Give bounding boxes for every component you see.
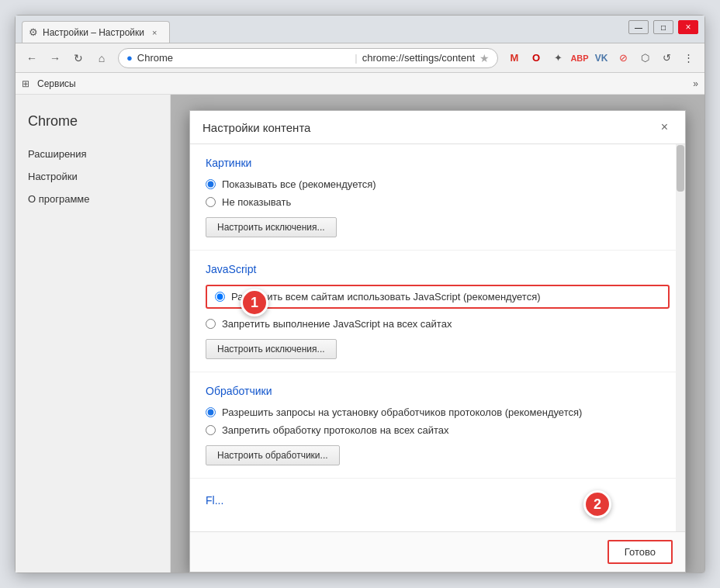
opera-icon[interactable]: O [526, 48, 546, 68]
pictures-exceptions-button[interactable]: Настроить исключения... [206, 217, 337, 237]
content-area: Chrome Расширения Настройки О программе … [16, 95, 704, 572]
handlers-section-title: Обработчики [206, 385, 670, 397]
address-bar[interactable]: ● Chrome | chrome://settings/content ★ [118, 48, 498, 68]
forward-button[interactable]: → [45, 48, 65, 68]
javascript-exceptions-button[interactable]: Настроить исключения... [206, 339, 337, 359]
sidebar-item-about[interactable]: О программе [16, 189, 170, 209]
scrollbar-thumb[interactable] [677, 145, 684, 192]
tab-gear-icon: ⚙ [29, 26, 38, 38]
pictures-show-all-option[interactable]: Показывать все (рекомендуется) [206, 178, 670, 190]
address-url: chrome://settings/content [362, 52, 475, 64]
javascript-allow-radio[interactable] [215, 292, 225, 302]
sidebar-extensions-label: Расширения [28, 148, 87, 160]
sidebar-settings-label: Настройки [28, 171, 78, 182]
address-separator: | [355, 52, 357, 64]
javascript-block-option[interactable]: Запретить выполнение JavaScript на всех … [206, 318, 670, 330]
handlers-radio-group: Разрешить запросы на установку обработчи… [206, 406, 670, 436]
dialog-title: Настройки контента [202, 121, 310, 134]
window-controls: — □ × [628, 20, 698, 34]
bookmarks-services[interactable]: Сервисы [33, 77, 81, 91]
pictures-show-all-radio[interactable] [206, 179, 216, 189]
title-bar: ⚙ Настройки – Настройки × — □ × [16, 16, 704, 43]
close-button[interactable]: × [678, 20, 698, 34]
sidebar: Chrome Расширения Настройки О программе [16, 95, 171, 572]
home-button[interactable]: ⌂ [92, 48, 112, 68]
browser-tab[interactable]: ⚙ Настройки – Настройки × [22, 21, 170, 43]
dialog-header: Настройки контента × [190, 111, 685, 144]
sidebar-item-extensions[interactable]: Расширения [16, 144, 170, 164]
bookmark-star-icon[interactable]: ★ [479, 52, 490, 64]
browser-window: ⚙ Настройки – Настройки × — □ × ← → ↻ ⌂ … [15, 15, 705, 573]
shield-icon[interactable]: ⬡ [635, 48, 655, 68]
pictures-hide-option[interactable]: Не показывать [206, 196, 670, 208]
pictures-section-title: Картинки [206, 157, 670, 169]
handlers-block-radio[interactable] [206, 425, 216, 435]
services-label: Сервисы [37, 78, 76, 89]
handlers-section: Обработчики Разрешить запросы на установ… [190, 372, 685, 479]
tab-close-button[interactable]: × [149, 26, 160, 39]
done-button[interactable]: Готово [608, 540, 673, 564]
adblock-icon[interactable]: ABP [569, 48, 590, 68]
dialog-body: Картинки Показывать все (рекомендуется) … [190, 144, 685, 531]
dialog-close-button[interactable]: × [656, 119, 673, 136]
javascript-block-radio[interactable] [206, 319, 216, 329]
sidebar-item-settings[interactable]: Настройки [16, 166, 170, 187]
address-protocol: Chrome [137, 52, 351, 64]
minimize-button[interactable]: — [628, 20, 649, 34]
block-icon[interactable]: ⊘ [613, 48, 633, 68]
gmail-icon[interactable]: M [504, 48, 524, 68]
handlers-allow-radio[interactable] [206, 407, 216, 417]
javascript-allow-option[interactable]: Разрешить всем сайтам использовать JavaS… [206, 285, 670, 309]
scrollbar-track[interactable] [676, 144, 685, 531]
pictures-radio-group: Показывать все (рекомендуется) Не показы… [206, 178, 670, 208]
pictures-hide-radio[interactable] [206, 197, 216, 207]
sidebar-title: Chrome [16, 107, 170, 142]
bookmarks-more-icon[interactable]: » [693, 78, 698, 89]
handlers-block-option[interactable]: Запретить обработку протоколов на всех с… [206, 424, 670, 436]
javascript-radio-group: Разрешить всем сайтам использовать JavaS… [206, 285, 670, 330]
dialog-footer: Готово [190, 531, 685, 572]
handlers-allow-option[interactable]: Разрешить запросы на установку обработчи… [206, 406, 670, 418]
javascript-section-title: JavaScript [206, 263, 670, 275]
extensions-icon[interactable]: ✦ [548, 48, 568, 68]
tab-title: Настройки – Настройки [43, 27, 144, 38]
main-panel: 1 2 Настройки контента × [171, 95, 704, 572]
content-settings-dialog: Настройки контента × Картинки [189, 110, 686, 572]
maximize-button[interactable]: □ [653, 20, 673, 34]
toolbar-icons: M O ✦ ABP VK ⊘ ⬡ ↺ ⋮ [504, 48, 698, 68]
menu-icon[interactable]: ⋮ [678, 48, 698, 68]
reload-button[interactable]: ↻ [68, 48, 88, 68]
badge-1: 1 [241, 289, 268, 316]
badge-2: 2 [583, 490, 611, 518]
grid-icon: ⊞ [22, 78, 29, 89]
pictures-section: Картинки Показывать все (рекомендуется) … [190, 144, 685, 251]
vk-icon[interactable]: VK [591, 48, 611, 68]
sidebar-about-label: О программе [28, 193, 90, 205]
back-button[interactable]: ← [22, 48, 42, 68]
bookmarks-bar: ⊞ Сервисы » [16, 73, 704, 95]
handlers-settings-button[interactable]: Настроить обработчики... [206, 445, 340, 465]
navigation-bar: ← → ↻ ⌂ ● Chrome | chrome://settings/con… [16, 43, 704, 73]
address-globe-icon: ● [126, 52, 133, 64]
refresh-icon[interactable]: ↺ [656, 48, 677, 68]
